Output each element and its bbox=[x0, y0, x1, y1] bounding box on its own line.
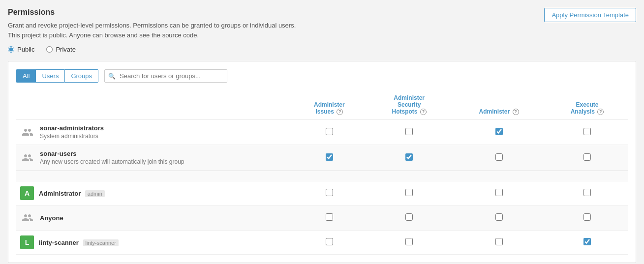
search-wrap: 🔍 bbox=[104, 69, 227, 83]
group-name-cell: sonar-administrators System administrato… bbox=[16, 119, 291, 145]
user-name-cell: L linty-scanner linty-scanner bbox=[16, 231, 291, 255]
public-radio[interactable] bbox=[8, 46, 14, 53]
execute-analysis-checkbox[interactable] bbox=[583, 189, 591, 196]
administer-issues-cell bbox=[291, 205, 367, 231]
administer-issues-checkbox[interactable] bbox=[326, 153, 333, 161]
permissions-box: All Users Groups 🔍 AdministerIssues ? Ad… bbox=[8, 61, 636, 263]
table-header-row: AdministerIssues ? AdministerSecurityHot… bbox=[16, 90, 628, 119]
user-name-info: Anyone bbox=[40, 214, 63, 222]
page-header: Permissions Grant and revoke project-lev… bbox=[8, 8, 636, 40]
user-name-info: linty-scanner linty-scanner bbox=[39, 239, 119, 246]
group-name-info: sonar-administrators System administrato… bbox=[40, 124, 104, 140]
execute-analysis-cell bbox=[547, 119, 628, 145]
tab-users[interactable]: Users bbox=[35, 69, 64, 83]
user-name-cell: Anyone bbox=[16, 205, 291, 231]
administer-checkbox[interactable] bbox=[495, 238, 503, 245]
spacer-cell bbox=[16, 171, 628, 181]
administer-checkbox[interactable] bbox=[495, 128, 503, 135]
search-icon: 🔍 bbox=[108, 73, 116, 80]
search-input[interactable] bbox=[104, 69, 227, 83]
group-primary-name: sonar-administrators bbox=[40, 124, 104, 132]
description-line2: This project is public. Anyone can brows… bbox=[8, 30, 296, 40]
user-avatar: L bbox=[20, 235, 34, 249]
public-radio-label[interactable]: Public bbox=[8, 46, 34, 53]
page-container: Permissions Grant and revoke project-lev… bbox=[8, 8, 636, 263]
private-label: Private bbox=[56, 46, 75, 53]
group-icon bbox=[20, 210, 35, 225]
administer-issues-checkbox[interactable] bbox=[326, 238, 333, 245]
administer-security-hotspots-checkbox[interactable] bbox=[405, 128, 413, 135]
administer-security-hotspots-checkbox[interactable] bbox=[405, 213, 413, 221]
user-name-cell: A Administrator admin bbox=[16, 181, 291, 205]
execute-analysis-label: ExecuteAnalysis bbox=[571, 101, 599, 115]
user-primary-name: linty-scanner bbox=[39, 239, 79, 246]
group-primary-name: sonar-users bbox=[40, 150, 184, 157]
table-row: A Administrator admin bbox=[16, 181, 628, 205]
user-row: L linty-scanner linty-scanner bbox=[20, 235, 289, 249]
permissions-table: AdministerIssues ? AdministerSecurityHot… bbox=[16, 90, 628, 255]
administer-issues-help-icon[interactable]: ? bbox=[337, 109, 343, 115]
tab-groups[interactable]: Groups bbox=[64, 69, 98, 83]
administer-issues-checkbox[interactable] bbox=[326, 128, 333, 135]
public-label: Public bbox=[17, 46, 34, 53]
administer-issues-header: AdministerIssues ? bbox=[291, 90, 367, 119]
administer-cell bbox=[451, 119, 547, 145]
administer-issues-checkbox[interactable] bbox=[326, 189, 333, 196]
administer-security-hotspots-checkbox[interactable] bbox=[405, 153, 413, 161]
execute-analysis-cell bbox=[547, 145, 628, 171]
group-icon bbox=[20, 125, 35, 140]
user-avatar: A bbox=[20, 186, 34, 200]
user-row: A Administrator admin bbox=[20, 186, 289, 200]
execute-analysis-cell bbox=[547, 231, 628, 255]
apply-permission-template-button[interactable]: Apply Permission Template bbox=[544, 8, 636, 22]
execute-analysis-checkbox[interactable] bbox=[583, 238, 591, 245]
administer-cell bbox=[451, 181, 547, 205]
administer-security-hotspots-cell bbox=[367, 205, 451, 231]
administer-help-icon[interactable]: ? bbox=[513, 109, 519, 115]
group-row: sonar-administrators System administrato… bbox=[20, 124, 289, 140]
group-icon bbox=[20, 150, 35, 165]
administer-security-hotspots-cell bbox=[367, 145, 451, 171]
administer-cell bbox=[451, 145, 547, 171]
visibility-radio-group: Public Private bbox=[8, 46, 636, 53]
group-name-cell: sonar-users Any new users created will a… bbox=[16, 145, 291, 171]
description: Grant and revoke project-level permissio… bbox=[8, 21, 296, 40]
administer-checkbox[interactable] bbox=[495, 153, 503, 161]
execute-analysis-checkbox[interactable] bbox=[583, 128, 591, 135]
administer-security-hotspots-cell bbox=[367, 231, 451, 255]
page-title: Permissions bbox=[8, 8, 296, 17]
tab-all[interactable]: All bbox=[16, 69, 35, 83]
administer-security-hotspots-help-icon[interactable]: ? bbox=[420, 109, 427, 115]
group-sub-name: Any new users created will automatically… bbox=[40, 158, 184, 165]
user-login-badge: admin bbox=[85, 190, 105, 197]
execute-analysis-checkbox[interactable] bbox=[583, 153, 591, 161]
administer-cell bbox=[451, 205, 547, 231]
user-primary-name: Anyone bbox=[40, 214, 63, 222]
user-row: Anyone bbox=[20, 210, 289, 225]
table-row: L linty-scanner linty-scanner bbox=[16, 231, 628, 255]
user-primary-name: Administrator bbox=[39, 190, 81, 197]
administer-checkbox[interactable] bbox=[495, 213, 503, 221]
group-name-info: sonar-users Any new users created will a… bbox=[40, 150, 184, 165]
table-row: Anyone bbox=[16, 205, 628, 231]
administer-issues-cell bbox=[291, 145, 367, 171]
group-row: sonar-users Any new users created will a… bbox=[20, 150, 289, 165]
administer-issues-cell bbox=[291, 231, 367, 255]
administer-security-hotspots-checkbox[interactable] bbox=[405, 238, 413, 245]
private-radio-label[interactable]: Private bbox=[46, 46, 75, 53]
administer-security-hotspots-checkbox[interactable] bbox=[405, 189, 413, 196]
execute-analysis-cell bbox=[547, 181, 628, 205]
administer-security-hotspots-cell bbox=[367, 119, 451, 145]
page-header-left: Permissions Grant and revoke project-lev… bbox=[8, 8, 296, 40]
execute-analysis-checkbox[interactable] bbox=[583, 213, 591, 221]
administer-issues-cell bbox=[291, 181, 367, 205]
execute-analysis-cell bbox=[547, 205, 628, 231]
administer-label: Administer bbox=[479, 108, 510, 115]
private-radio[interactable] bbox=[46, 46, 53, 53]
administer-issues-checkbox[interactable] bbox=[326, 213, 333, 221]
administer-header: Administer ? bbox=[451, 90, 547, 119]
administer-checkbox[interactable] bbox=[495, 189, 503, 196]
description-line1: Grant and revoke project-level permissio… bbox=[8, 21, 296, 30]
execute-analysis-help-icon[interactable]: ? bbox=[597, 109, 604, 115]
table-row-spacer bbox=[16, 171, 628, 181]
